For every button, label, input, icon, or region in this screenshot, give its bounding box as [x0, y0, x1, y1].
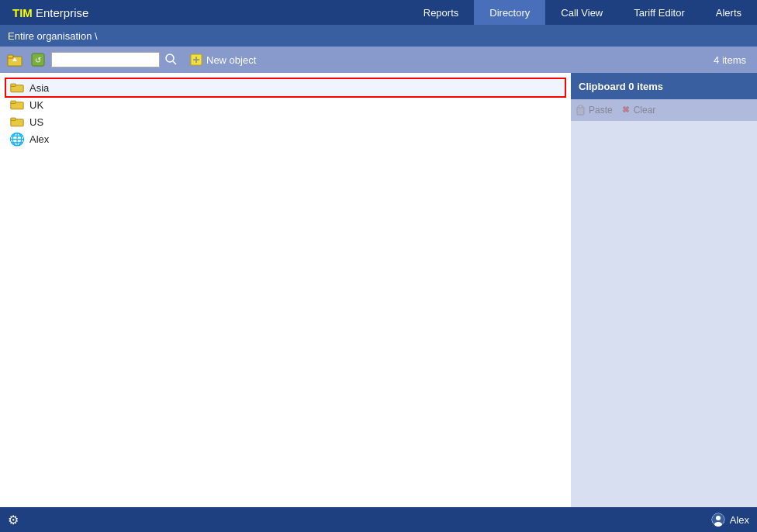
svg-rect-15 — [11, 118, 16, 120]
breadcrumb: Entire organisation \ — [0, 25, 757, 47]
svg-point-20 — [716, 516, 721, 520]
nav-callview[interactable]: Call View — [545, 0, 618, 25]
svg-rect-13 — [11, 101, 16, 103]
clear-label: Clear — [634, 105, 656, 116]
dir-item-alex-label: Alex — [29, 133, 49, 145]
logo: TIM Enterprise — [0, 6, 101, 19]
nav-alerts[interactable]: Alerts — [700, 0, 757, 25]
new-object-label: New object — [206, 54, 256, 66]
folder-icon-uk — [9, 98, 25, 111]
globe-icon-alex: 🌐 — [9, 133, 25, 145]
svg-text:↺: ↺ — [35, 56, 41, 64]
clipboard-content — [571, 121, 757, 507]
dir-item-us-label: US — [29, 116, 43, 128]
svg-rect-1 — [8, 55, 13, 58]
dir-item-asia[interactable]: Asia — [6, 79, 565, 96]
clipboard-panel: Clipboard 0 items Paste Clear — [571, 73, 757, 507]
footer-username: Alex — [730, 514, 749, 526]
clipboard-toolbar: Paste Clear — [571, 99, 757, 121]
item-count: 4 items — [714, 54, 752, 66]
search-input[interactable] — [51, 52, 160, 67]
nav-tariffeditor[interactable]: Tariff Editor — [618, 0, 700, 25]
user-icon — [711, 513, 725, 527]
new-object-icon — [189, 53, 203, 67]
svg-rect-11 — [11, 84, 16, 86]
clipboard-count: 0 items — [628, 81, 663, 92]
footer-user: Alex — [711, 513, 749, 527]
logo-tim: TIM — [12, 6, 33, 19]
refresh-button[interactable]: ↺ — [28, 50, 48, 70]
refresh-icon: ↺ — [30, 52, 46, 67]
header: TIM Enterprise Reports Directory Call Vi… — [0, 0, 757, 25]
paste-label: Paste — [589, 105, 613, 116]
new-object-button[interactable]: New object — [183, 51, 262, 68]
dir-item-us[interactable]: US — [6, 113, 565, 130]
logo-enterprise: Enterprise — [33, 6, 89, 19]
nav-directory[interactable]: Directory — [474, 0, 545, 25]
settings-button[interactable]: ⚙ — [8, 513, 19, 527]
clipboard-title: Clipboard — [579, 81, 626, 92]
dir-item-asia-label: Asia — [29, 82, 49, 94]
clear-button: Clear — [620, 105, 656, 116]
paste-icon — [576, 105, 586, 116]
search-icon — [165, 54, 178, 66]
folder-icon-us — [9, 116, 25, 128]
svg-line-6 — [173, 61, 176, 64]
main-area: Asia UK US 🌐 Alex — [0, 73, 757, 507]
paste-button: Paste — [576, 105, 613, 116]
breadcrumb-text: Entire organisation \ — [8, 30, 98, 42]
nav-reports[interactable]: Reports — [408, 0, 475, 25]
dir-item-uk[interactable]: UK — [6, 96, 565, 113]
up-folder-button[interactable] — [5, 50, 25, 70]
svg-rect-17 — [579, 105, 582, 108]
up-folder-icon — [7, 53, 22, 67]
svg-point-5 — [166, 54, 174, 62]
clear-icon — [620, 105, 631, 116]
toolbar: ↺ New object 4 items — [0, 47, 757, 73]
directory-content: Asia UK US 🌐 Alex — [0, 73, 571, 507]
dir-item-uk-label: UK — [29, 99, 43, 111]
main-nav: Reports Directory Call View Tariff Edito… — [408, 0, 757, 25]
footer: ⚙ Alex — [0, 507, 757, 532]
dir-item-alex[interactable]: 🌐 Alex — [6, 130, 565, 147]
svg-point-21 — [714, 522, 722, 527]
search-button[interactable] — [163, 51, 180, 68]
clipboard-header: Clipboard 0 items — [571, 73, 757, 99]
folder-icon-asia — [9, 81, 25, 94]
